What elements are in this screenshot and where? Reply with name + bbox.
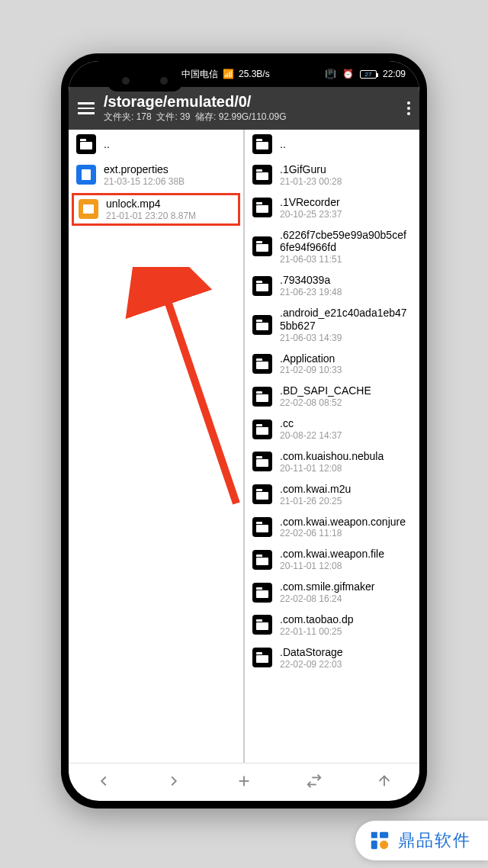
folder-icon bbox=[252, 420, 272, 439]
folder-icon bbox=[252, 583, 272, 603]
file-row[interactable]: .6226f7cbe59e99a90b5cef6fe94f966fd 21-06… bbox=[245, 224, 419, 270]
file-meta: 21-01-23 00:28 bbox=[280, 176, 412, 187]
parent-dir-row[interactable]: .. bbox=[69, 130, 243, 159]
folder-icon bbox=[252, 550, 272, 570]
folder-icon bbox=[252, 165, 272, 185]
svg-rect-8 bbox=[380, 832, 388, 838]
folder-icon bbox=[252, 615, 272, 635]
file-name: .com.kwai.weapon.file bbox=[280, 548, 412, 561]
file-name: .1GifGuru bbox=[280, 163, 412, 176]
file-row[interactable]: .com.kuaishou.nebula 20-11-01 12:08 bbox=[245, 445, 419, 478]
overflow-menu-button[interactable] bbox=[407, 101, 410, 115]
file-meta: 22-01-11 00:25 bbox=[280, 626, 412, 637]
folder-icon bbox=[252, 134, 272, 154]
forward-button[interactable] bbox=[165, 773, 182, 792]
folder-icon bbox=[76, 134, 96, 154]
file-row[interactable]: .1VRecorder 20-10-25 23:37 bbox=[245, 191, 419, 224]
watermark-badge: 鼎品软件 bbox=[355, 821, 488, 860]
file-row[interactable]: ext.properties 21-03-15 12:06 38B bbox=[69, 159, 243, 191]
file-meta: 21-02-09 10:33 bbox=[280, 365, 412, 375]
file-name: .7934039a bbox=[280, 274, 412, 287]
alarm-icon: ⏰ bbox=[342, 69, 354, 79]
folder-icon bbox=[252, 484, 272, 504]
folder-icon bbox=[252, 354, 272, 374]
file-name: .com.kuaishou.nebula bbox=[280, 450, 412, 463]
file-row[interactable]: .com.kwai.weapon.conjure 22-02-06 11:18 bbox=[245, 511, 419, 544]
file-name: .1VRecorder bbox=[280, 196, 412, 209]
folder-icon bbox=[252, 276, 272, 296]
file-name: .Application bbox=[280, 352, 412, 365]
file-row[interactable]: .com.taobao.dp 22-01-11 00:25 bbox=[245, 609, 419, 641]
battery-icon: 27 bbox=[360, 70, 377, 79]
file-meta: 22-02-09 22:03 bbox=[280, 659, 412, 670]
folder-icon bbox=[252, 236, 272, 256]
file-name: unlock.mp4 bbox=[106, 198, 233, 211]
file-meta: 20-08-22 14:37 bbox=[280, 430, 412, 441]
file-meta: 22-02-06 11:18 bbox=[280, 528, 412, 538]
screen: 中国电信 📶 25.3B/s 📳 ⏰ 27 22:09 /storage/emu… bbox=[69, 61, 419, 801]
file-meta: 20-10-25 23:37 bbox=[280, 209, 412, 220]
carrier-label: 中国电信 bbox=[181, 68, 218, 81]
folder-icon bbox=[252, 517, 272, 537]
file-name: .cc bbox=[280, 417, 412, 430]
phone-frame: 中国电信 📶 25.3B/s 📳 ⏰ 27 22:09 /storage/emu… bbox=[61, 53, 427, 809]
file-meta: 21-03-15 12:06 38B bbox=[104, 176, 236, 187]
watermark-logo-icon bbox=[368, 828, 392, 853]
watermark-text: 鼎品软件 bbox=[398, 829, 471, 852]
file-row[interactable]: .cc 20-08-22 14:37 bbox=[245, 413, 419, 445]
file-row[interactable]: .1GifGuru 21-01-23 00:28 bbox=[245, 159, 419, 191]
menu-button[interactable] bbox=[78, 102, 95, 114]
folder-icon bbox=[252, 198, 272, 217]
vibrate-icon: 📳 bbox=[325, 69, 336, 79]
file-name: .6226f7cbe59e99a90b5cef6fe94f966fd bbox=[280, 229, 412, 255]
add-button[interactable] bbox=[236, 773, 252, 792]
left-pane[interactable]: .. ext.properties 21-03-15 12:06 38B unl… bbox=[69, 130, 245, 763]
file-row[interactable]: .com.smile.gifmaker 22-02-08 16:24 bbox=[245, 576, 419, 609]
file-name: ext.properties bbox=[104, 163, 236, 176]
file-meta: 21-06-03 11:51 bbox=[280, 254, 412, 265]
right-pane[interactable]: .. .1GifGuru 21-01-23 00:28 .1VRecorder … bbox=[245, 130, 419, 763]
file-meta: 21-06-23 19:48 bbox=[280, 287, 412, 297]
folder-icon bbox=[252, 387, 272, 407]
file-row[interactable]: .DataStorage 22-02-09 22:03 bbox=[245, 641, 419, 674]
file-name: .DataStorage bbox=[280, 646, 412, 659]
file-row[interactable]: .BD_SAPI_CACHE 22-02-08 08:52 bbox=[245, 380, 419, 413]
swap-button[interactable] bbox=[306, 773, 323, 792]
file-name: .BD_SAPI_CACHE bbox=[280, 384, 412, 397]
file-meta: 22-02-08 16:24 bbox=[280, 593, 412, 604]
parent-dir-row[interactable]: .. bbox=[245, 130, 419, 159]
file-row[interactable]: .com.kwai.m2u 21-01-26 20:25 bbox=[245, 478, 419, 511]
svg-rect-7 bbox=[371, 841, 377, 849]
video-icon bbox=[79, 199, 98, 219]
file-row[interactable]: .android_e21c40ada1eb475bb627 21-06-03 1… bbox=[245, 302, 419, 348]
file-row[interactable]: unlock.mp4 21-01-01 23:20 8.87M bbox=[72, 193, 240, 226]
file-meta: 21-01-01 23:20 8.87M bbox=[106, 211, 233, 221]
file-row[interactable]: .com.kwai.weapon.file 20-11-01 12:08 bbox=[245, 543, 419, 576]
folder-icon bbox=[252, 648, 272, 667]
back-button[interactable] bbox=[95, 773, 112, 792]
file-meta: 21-01-26 20:25 bbox=[280, 496, 412, 506]
file-meta: 21-06-03 14:39 bbox=[280, 333, 412, 343]
app-bar: /storage/emulated/0/ 文件夹: 178 文件: 39 储存:… bbox=[69, 87, 419, 130]
file-meta: 20-11-01 12:08 bbox=[280, 463, 412, 474]
svg-point-9 bbox=[380, 841, 388, 849]
file-name: .com.kwai.m2u bbox=[280, 483, 412, 496]
folder-icon bbox=[252, 315, 272, 335]
folder-icon bbox=[252, 452, 272, 471]
camera-notch bbox=[107, 70, 183, 92]
bottom-toolbar bbox=[69, 763, 419, 801]
file-row[interactable]: .7934039a 21-06-23 19:48 bbox=[245, 269, 419, 302]
file-row[interactable]: .Application 21-02-09 10:33 bbox=[245, 348, 419, 381]
file-name: .com.kwai.weapon.conjure bbox=[280, 516, 412, 529]
svg-rect-6 bbox=[371, 832, 377, 838]
path-subtitle: 文件夹: 178 文件: 39 储存: 92.99G/110.09G bbox=[104, 111, 398, 124]
document-icon bbox=[76, 165, 96, 185]
file-meta: 20-11-01 12:08 bbox=[280, 561, 412, 571]
file-name: .com.smile.gifmaker bbox=[280, 580, 412, 593]
file-name: .android_e21c40ada1eb475bb627 bbox=[280, 307, 412, 333]
path-title[interactable]: /storage/emulated/0/ bbox=[104, 93, 398, 111]
up-button[interactable] bbox=[376, 773, 393, 792]
net-speed: 25.3B/s bbox=[239, 69, 270, 79]
file-meta: 22-02-08 08:52 bbox=[280, 397, 412, 408]
clock-time: 22:09 bbox=[383, 69, 406, 79]
